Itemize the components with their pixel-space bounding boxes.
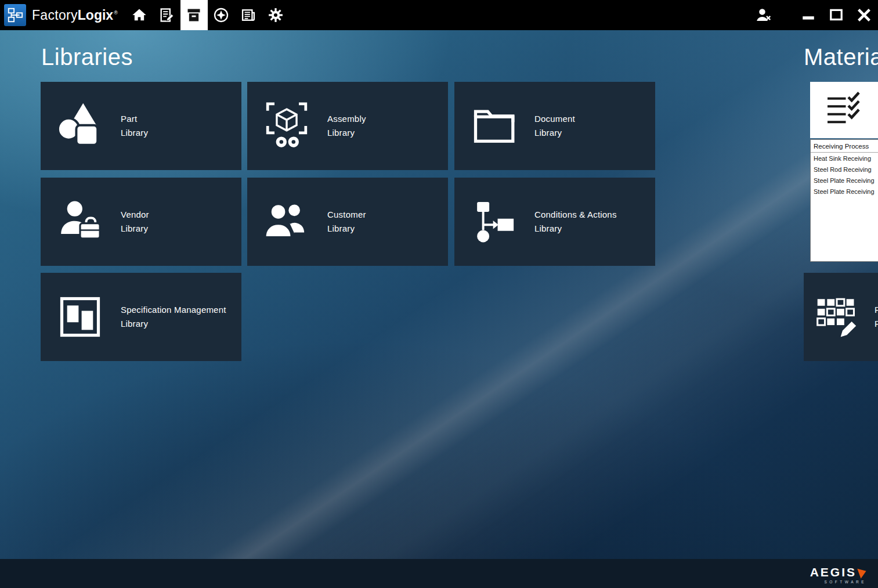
nav-reports-button[interactable]: [235, 0, 262, 30]
receiving-list-header: Receiving Process: [811, 140, 878, 153]
list-item[interactable]: Heat Sink Receiving: [811, 153, 878, 164]
conditions-actions-icon: [467, 197, 521, 246]
window-controls: [748, 0, 878, 30]
tile-label: P P: [875, 303, 878, 331]
calendar-pencil-icon: [813, 293, 861, 341]
tile-label: Conditions & Actions Library: [534, 208, 617, 236]
libraries-icon: [186, 7, 202, 23]
brand-factory: Factory: [32, 8, 78, 23]
assembly-icon: [260, 102, 313, 150]
part-icon: [53, 102, 107, 150]
main-nav: [126, 0, 290, 30]
org-chart-icon: [6, 6, 24, 24]
home-icon: [131, 7, 147, 23]
receiving-process-list: Receiving Process Heat Sink Receiving St…: [810, 139, 878, 262]
logistics-compass-icon: [213, 7, 229, 23]
specification-icon: [53, 293, 107, 341]
tile-label: Assembly Library: [327, 112, 366, 140]
tile-conditions-actions-library[interactable]: Conditions & Actions Library: [454, 178, 655, 266]
materials-heading: Materia: [804, 44, 878, 70]
maximize-button[interactable]: [822, 0, 850, 30]
document-folder-icon: [467, 102, 521, 150]
settings-gear-icon: [268, 7, 284, 23]
app-title: FactoryLogix®: [32, 8, 118, 23]
aegis-arrow-icon: [857, 566, 868, 578]
tile-document-library[interactable]: Document Library: [454, 82, 655, 170]
tile-define-receiving-process[interactable]: D R: [810, 82, 878, 138]
tile-label: Customer Library: [327, 208, 366, 236]
tile-label: Part Library: [121, 112, 148, 140]
footer-bar: AEGIS SOFTWARE: [0, 559, 878, 588]
tile-schedule-receiving[interactable]: P P: [804, 273, 878, 361]
tile-specification-management-library[interactable]: Specification Management Library: [41, 273, 241, 361]
tile-vendor-library[interactable]: Vendor Library: [41, 178, 241, 266]
nav-npi-button[interactable]: [153, 0, 180, 30]
nav-settings-button[interactable]: [262, 0, 290, 30]
minimize-button[interactable]: [794, 0, 822, 30]
nav-home-button[interactable]: [126, 0, 153, 30]
minimize-icon: [801, 8, 816, 23]
list-item[interactable]: Steel Rod Receiving: [811, 164, 878, 175]
user-logout-icon: [755, 6, 772, 24]
maximize-icon: [829, 8, 844, 23]
customer-icon: [260, 197, 313, 246]
nav-logistics-button[interactable]: [208, 0, 235, 30]
list-item[interactable]: Steel Plate Receiving: [811, 175, 878, 186]
vendor-icon: [53, 197, 107, 246]
logout-user-button[interactable]: [748, 0, 779, 30]
titlebar: FactoryLogix®: [0, 0, 878, 30]
brand-logix: Logix: [78, 8, 113, 23]
tile-label: Document Library: [534, 112, 575, 140]
factorylogix-logo: [4, 4, 26, 26]
close-icon: [855, 6, 873, 24]
npi-document-icon: [158, 7, 175, 23]
aegis-brand-text: AEGIS: [810, 565, 857, 579]
tile-assembly-library[interactable]: Assembly Library: [247, 82, 448, 170]
reports-icon: [240, 7, 256, 23]
nav-libraries-button[interactable]: [180, 0, 208, 30]
close-button[interactable]: [850, 0, 878, 30]
tile-label: Specification Management Library: [121, 303, 226, 331]
tile-part-library[interactable]: Part Library: [41, 82, 241, 170]
aegis-logo: AEGIS SOFTWARE: [810, 565, 866, 584]
checklist-icon: [819, 89, 867, 131]
list-item[interactable]: Steel Plate Receiving: [811, 186, 878, 197]
aegis-software-text: SOFTWARE: [810, 580, 866, 584]
tile-label: Vendor Library: [121, 208, 149, 236]
registered-mark: ®: [114, 10, 118, 16]
libraries-heading: Libraries: [41, 44, 133, 70]
tile-customer-library[interactable]: Customer Library: [247, 178, 448, 266]
